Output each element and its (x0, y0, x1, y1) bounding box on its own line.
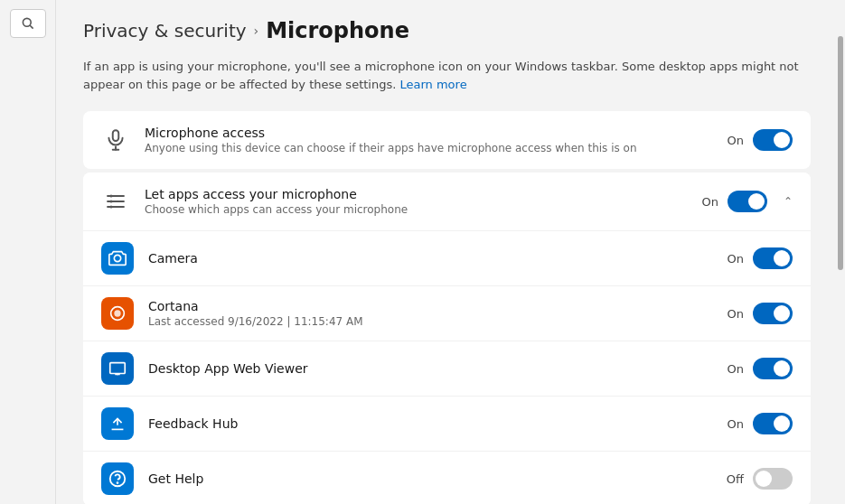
let-apps-text: Let apps access your microphone Choose w… (145, 187, 701, 216)
page-description: If an app is using your microphone, you'… (83, 58, 806, 93)
breadcrumb: Privacy & security › Microphone (83, 18, 811, 43)
app-row-feedback-hub: Feedback Hub On (83, 397, 811, 452)
feedback-hub-app-text: Feedback Hub (148, 416, 728, 431)
let-apps-controls: On ⌃ (701, 191, 793, 212)
feedback-hub-app-name: Feedback Hub (148, 416, 728, 431)
cortana-app-status: On (728, 307, 744, 321)
desktop-viewer-toggle-thumb (774, 360, 790, 377)
feedback-hub-controls: On (728, 413, 793, 434)
let-apps-row: Let apps access your microphone Choose w… (83, 173, 811, 231)
search-button[interactable] (10, 9, 46, 38)
get-help-app-name: Get Help (148, 471, 727, 486)
microphone-access-controls: On (728, 129, 793, 151)
scrollbar-thumb[interactable] (838, 36, 843, 270)
svg-point-13 (114, 310, 120, 316)
app-row-camera: Camera On (83, 231, 811, 286)
let-apps-toggle[interactable] (728, 191, 767, 212)
list-icon (105, 191, 127, 212)
microphone-access-title: Microphone access (145, 126, 728, 140)
chevron-up-icon[interactable]: ⌃ (784, 195, 793, 208)
feedback-hub-app-icon (101, 407, 134, 440)
microphone-access-status: On (728, 134, 744, 147)
learn-more-link[interactable]: Learn more (399, 78, 466, 91)
get-help-app-text: Get Help (148, 471, 727, 486)
cortana-app-icon (101, 297, 134, 330)
app-row-desktop-viewer: Desktop App Web Viewer On (83, 341, 811, 397)
sidebar (0, 0, 56, 504)
cortana-app-text: Cortana Last accessed 9/16/2022 | 11:15:… (148, 299, 728, 328)
desktop-viewer-controls: On (728, 358, 793, 379)
microphone-icon-container (101, 126, 130, 154)
get-help-controls: Off (727, 468, 793, 490)
desktop-viewer-app-name: Desktop App Web Viewer (148, 361, 728, 376)
desktop-viewer-toggle[interactable] (753, 358, 793, 379)
let-apps-title: Let apps access your microphone (145, 187, 701, 201)
let-apps-status: On (701, 195, 718, 209)
camera-app-toggle[interactable] (753, 247, 793, 269)
svg-line-1 (30, 25, 33, 29)
svg-point-11 (114, 255, 120, 261)
scrollbar-track[interactable] (838, 0, 845, 504)
let-apps-toggle-thumb (748, 193, 765, 210)
svg-rect-14 (110, 363, 126, 374)
microphone-access-toggle-thumb (774, 132, 790, 148)
breadcrumb-current: Microphone (266, 18, 409, 43)
camera-app-controls: On (728, 247, 793, 269)
let-apps-card: Let apps access your microphone Choose w… (83, 173, 811, 504)
svg-point-0 (23, 18, 31, 26)
breadcrumb-chevron: › (254, 23, 259, 38)
breadcrumb-parent[interactable]: Privacy & security (83, 20, 247, 42)
camera-app-icon (101, 242, 134, 275)
cortana-app-name: Cortana (148, 299, 728, 313)
get-help-toggle-thumb (756, 471, 772, 487)
camera-app-status: On (728, 252, 744, 266)
camera-app-name: Camera (148, 251, 728, 266)
cortana-app-toggle[interactable] (753, 303, 793, 324)
desktop-viewer-app-icon (101, 352, 134, 385)
camera-app-text: Camera (148, 251, 728, 266)
camera-toggle-thumb (774, 250, 790, 266)
microphone-icon (104, 128, 127, 152)
get-help-toggle[interactable] (753, 468, 793, 490)
desktop-viewer-status: On (728, 362, 744, 376)
microphone-access-card: Microphone access Anyone using this devi… (83, 111, 811, 169)
feedback-hub-toggle[interactable] (753, 413, 793, 434)
get-help-status: Off (727, 472, 744, 486)
cortana-toggle-thumb (774, 305, 790, 322)
search-icon (21, 16, 35, 31)
app-row-get-help: Get Help Off (83, 452, 811, 504)
cortana-last-accessed: Last accessed 9/16/2022 | 11:15:47 AM (148, 315, 728, 328)
app-row-cortana: Cortana Last accessed 9/16/2022 | 11:15:… (83, 286, 811, 341)
microphone-access-subtitle: Anyone using this device can choose if t… (145, 142, 728, 154)
cortana-app-controls: On (728, 303, 793, 324)
svg-rect-2 (113, 130, 119, 141)
feedback-hub-status: On (728, 417, 744, 431)
microphone-access-row: Microphone access Anyone using this devi… (83, 111, 811, 169)
svg-point-18 (117, 482, 118, 483)
main-content: Privacy & security › Microphone If an ap… (56, 0, 838, 504)
microphone-access-toggle[interactable] (753, 129, 793, 151)
desktop-viewer-app-text: Desktop App Web Viewer (148, 361, 728, 376)
microphone-access-text: Microphone access Anyone using this devi… (145, 126, 728, 154)
feedback-hub-toggle-thumb (774, 415, 790, 432)
get-help-app-icon (101, 462, 134, 495)
let-apps-icon-container (101, 187, 130, 216)
let-apps-subtitle: Choose which apps can access your microp… (145, 203, 701, 216)
